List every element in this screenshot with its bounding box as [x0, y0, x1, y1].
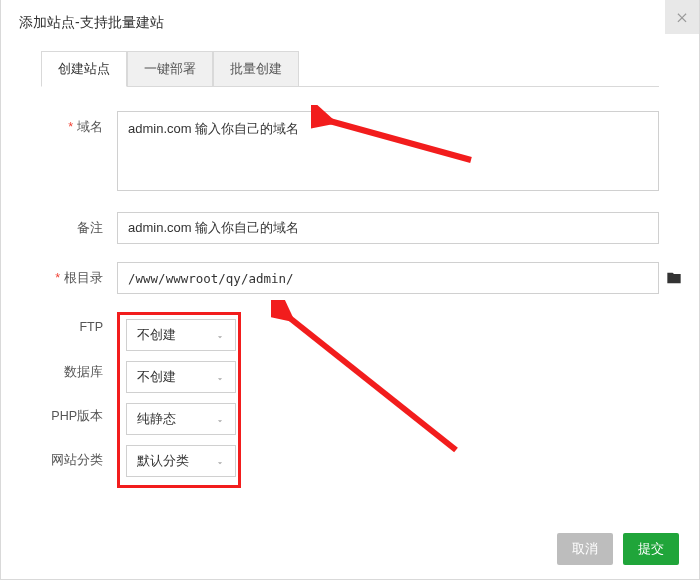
modal-body: 创建站点 一键部署 批量创建 *域名 备注 *根目录: [1, 44, 699, 488]
required-marker: *: [68, 120, 73, 134]
chevron-down-icon: [215, 414, 225, 424]
label-site-category: 网站分类: [41, 444, 117, 488]
row-remark: 备注: [41, 212, 659, 244]
label-root-dir: *根目录: [41, 262, 117, 287]
root-dir-input[interactable]: [117, 262, 659, 294]
submit-button[interactable]: 提交: [623, 533, 679, 565]
modal-footer: 取消 提交: [557, 533, 679, 565]
ftp-select-value: 不创建: [137, 326, 176, 344]
chevron-down-icon: [215, 330, 225, 340]
folder-icon[interactable]: [665, 270, 683, 289]
label-remark: 备注: [41, 212, 117, 237]
add-site-modal: 添加站点-支持批量建站 创建站点 一键部署 批量创建 *域名 备注: [0, 0, 700, 580]
row-domain: *域名: [41, 111, 659, 194]
label-php-version: PHP版本: [41, 400, 117, 444]
database-select[interactable]: 不创建: [126, 361, 236, 393]
label-ftp: FTP: [41, 312, 117, 356]
modal-title: 添加站点-支持批量建站: [19, 14, 164, 30]
ftp-select[interactable]: 不创建: [126, 319, 236, 351]
site-category-select[interactable]: 默认分类: [126, 445, 236, 477]
chevron-down-icon: [215, 372, 225, 382]
remark-input[interactable]: [117, 212, 659, 244]
php-version-select-value: 纯静态: [137, 410, 176, 428]
row-root-dir: *根目录: [41, 262, 659, 294]
tab-create-site[interactable]: 创建站点: [41, 51, 127, 87]
site-category-select-value: 默认分类: [137, 452, 189, 470]
label-domain: *域名: [41, 111, 117, 136]
required-marker: *: [55, 271, 60, 285]
label-database: 数据库: [41, 356, 117, 400]
cancel-button[interactable]: 取消: [557, 533, 613, 565]
php-version-select[interactable]: 纯静态: [126, 403, 236, 435]
select-area: FTP 数据库 PHP版本 网站分类 不创建 不创建 纯静态: [41, 312, 659, 488]
annotation-highlight-box: 不创建 不创建 纯静态 默认分类: [117, 312, 241, 488]
domain-textarea[interactable]: [117, 111, 659, 191]
tabs: 创建站点 一键部署 批量创建: [41, 50, 659, 87]
chevron-down-icon: [215, 456, 225, 466]
tab-one-click-deploy[interactable]: 一键部署: [127, 51, 213, 87]
database-select-value: 不创建: [137, 368, 176, 386]
modal-header: 添加站点-支持批量建站: [1, 0, 699, 44]
close-icon[interactable]: [665, 0, 699, 34]
tab-batch-create[interactable]: 批量创建: [213, 51, 299, 87]
